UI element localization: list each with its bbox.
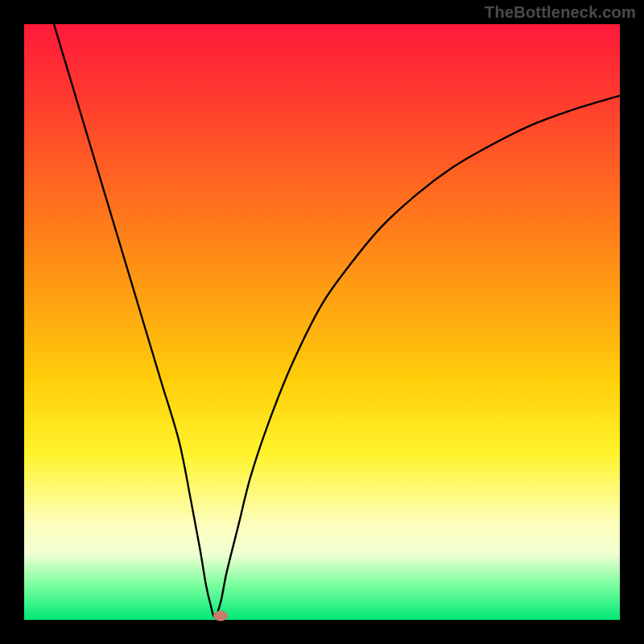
curve-svg: [24, 24, 620, 620]
chart-frame: TheBottleneck.com: [0, 0, 644, 644]
optimal-point-marker: [213, 610, 228, 621]
bottleneck-curve: [54, 24, 620, 617]
watermark-text: TheBottleneck.com: [485, 3, 636, 22]
plot-area: [24, 24, 620, 620]
